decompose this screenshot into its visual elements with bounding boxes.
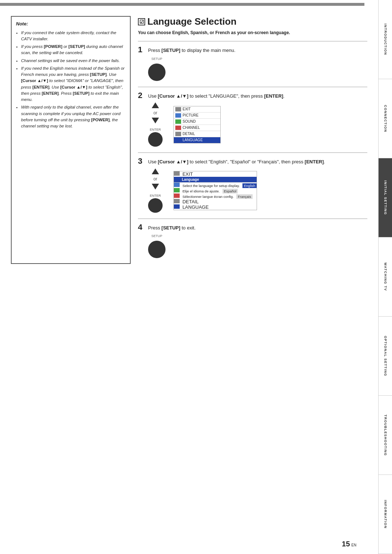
lang-row-picture: Select the language for setup display. E… bbox=[174, 183, 257, 188]
step-3-remote: or ENTER bbox=[148, 168, 163, 213]
step-divider-1 bbox=[138, 41, 367, 41]
note-title: Note: bbox=[16, 20, 126, 28]
title-text: Language Selection bbox=[147, 16, 237, 27]
step-divider-4 bbox=[138, 219, 367, 219]
lang-channel-icon bbox=[174, 194, 180, 198]
step-divider-2 bbox=[138, 87, 367, 87]
step-3-content: or ENTER EXIT bbox=[148, 168, 367, 213]
enter-label: ENTER bbox=[148, 128, 163, 131]
setup-label-1: SETUP bbox=[151, 57, 162, 61]
step-4: 4 Press [SETUP] to exit. SETUP bbox=[138, 223, 367, 258]
step-1-text: Press [SETUP] to display the main menu. bbox=[148, 46, 236, 54]
lang-language-icon bbox=[174, 204, 180, 209]
lang-row-channel: Sélectionner langue écran config. França… bbox=[174, 194, 257, 199]
step-4-text: Press [SETUP] to exit. bbox=[148, 223, 196, 232]
note-item-2: If you press [POWER] or [SETUP] during a… bbox=[21, 44, 126, 56]
sound-icon bbox=[175, 119, 181, 124]
lang-row-language: LANGUAGE bbox=[174, 204, 257, 210]
lang-picture-icon bbox=[174, 183, 180, 187]
note-box: Note: If you connect the cable system di… bbox=[11, 16, 131, 264]
step-3: 3 Use [Cursor ▲/▼] to select "English", … bbox=[138, 157, 367, 213]
step-3-lang-menu: EXIT Language Select the language for se… bbox=[173, 171, 257, 210]
step-1-number: 1 bbox=[138, 46, 145, 54]
channel-icon bbox=[175, 126, 181, 130]
step-2-remote: or ENTER bbox=[148, 102, 163, 147]
note-list: If you connect the cable system directly… bbox=[16, 30, 126, 130]
setup-label-4: SETUP bbox=[151, 234, 162, 238]
cursor-up-icon bbox=[152, 102, 159, 108]
step-1-content: SETUP bbox=[148, 57, 367, 81]
cursor-down-icon-3 bbox=[152, 184, 159, 190]
lang-detail-icon bbox=[174, 199, 180, 203]
language-icon bbox=[175, 138, 181, 142]
menu-row-sound: SOUND bbox=[174, 119, 220, 125]
bottom-bar: 15 EN bbox=[342, 540, 356, 548]
subtitle: You can choose English, Spanish, or Fren… bbox=[138, 30, 367, 35]
title-checkbox-icon: ☑ bbox=[138, 18, 145, 25]
page-number: 15 bbox=[342, 540, 350, 548]
sidebar-initial-setting: INITIAL SETTING bbox=[379, 158, 392, 237]
lang-sound-icon bbox=[174, 188, 180, 192]
step-2: 2 Use [Cursor ▲/▼] to select "LANGUAGE",… bbox=[138, 91, 367, 147]
cursor-down-icon bbox=[152, 118, 159, 123]
sidebar-watching-tv: WATCHING TV bbox=[379, 237, 392, 317]
page-en: EN bbox=[351, 543, 356, 547]
menu-row-exit: EXIT bbox=[174, 106, 220, 113]
or-label-3: or bbox=[154, 176, 158, 182]
detail-icon bbox=[175, 132, 181, 136]
menu-row-picture: PICTURE bbox=[174, 113, 220, 119]
sidebar-troubleshooting: TROUBLESHOOTING bbox=[379, 396, 392, 475]
step-divider-3 bbox=[138, 152, 367, 153]
sidebar-connection: CONNECTION bbox=[379, 79, 392, 158]
step-2-menu: EXIT PICTURE SOUND bbox=[173, 106, 221, 143]
setup-button-4 bbox=[148, 241, 166, 258]
right-sidebar: INTRODUCTION CONNECTION INITIAL SETTING … bbox=[378, 0, 392, 554]
page-title: ☑ Language Selection bbox=[138, 16, 367, 27]
note-item-3: Channel settings will be saved even if t… bbox=[21, 58, 126, 64]
step-1: 1 Press [SETUP] to display the main menu… bbox=[138, 46, 367, 81]
step-1-remote: SETUP bbox=[148, 57, 166, 81]
menu-row-language: LANGUAGE bbox=[174, 137, 220, 143]
note-item-5: With regard only to the digital channel,… bbox=[21, 104, 126, 129]
step-3-number: 3 bbox=[138, 157, 145, 165]
francais-value: Français bbox=[236, 194, 252, 199]
enter-button-3 bbox=[148, 198, 163, 213]
cursor-up-icon-3 bbox=[152, 168, 159, 174]
note-item-1: If you connect the cable system directly… bbox=[21, 30, 126, 42]
english-value: English bbox=[242, 183, 257, 188]
note-item-4: If you need the English menus instead of… bbox=[21, 65, 126, 103]
step-4-number: 4 bbox=[138, 223, 145, 231]
lang-row-sound: Elije el idioma de ajuste. Español bbox=[174, 188, 257, 194]
or-label-2: or bbox=[154, 110, 158, 115]
step-2-content: or ENTER EXIT bbox=[148, 102, 367, 147]
step-2-number: 2 bbox=[138, 91, 145, 99]
espanol-value: Español bbox=[222, 189, 238, 194]
content-right: ☑ Language Selection You can choose Engl… bbox=[138, 16, 367, 264]
menu-row-channel: CHANNEL bbox=[174, 125, 220, 131]
setup-button-1 bbox=[148, 64, 166, 81]
lang-exit-icon bbox=[174, 171, 180, 176]
lang-menu-header-row: Language bbox=[174, 177, 257, 183]
sidebar-information: INFORMATION bbox=[379, 475, 392, 554]
lang-header: Language bbox=[174, 177, 257, 182]
sidebar-optional-setting: OPTIONAL SETTING bbox=[379, 317, 392, 396]
main-content: Note: If you connect the cable system di… bbox=[0, 3, 378, 554]
exit-icon bbox=[175, 107, 181, 111]
enter-label-3: ENTER bbox=[148, 194, 163, 197]
step-4-remote: SETUP bbox=[148, 234, 166, 258]
lang-row-detail: DETAIL bbox=[174, 199, 257, 204]
step-4-content: SETUP bbox=[148, 234, 367, 258]
top-bar bbox=[0, 3, 364, 6]
step-3-text: Use [Cursor ▲/▼] to select "English", "E… bbox=[148, 157, 325, 166]
lang-menu-row-exit: EXIT bbox=[174, 171, 257, 177]
enter-button bbox=[148, 132, 163, 147]
step-2-text: Use [Cursor ▲/▼] to select "LANGUAGE", t… bbox=[148, 91, 285, 100]
picture-icon bbox=[175, 113, 181, 118]
menu-row-detail: DETAIL bbox=[174, 131, 220, 137]
sidebar-introduction: INTRODUCTION bbox=[379, 0, 392, 79]
